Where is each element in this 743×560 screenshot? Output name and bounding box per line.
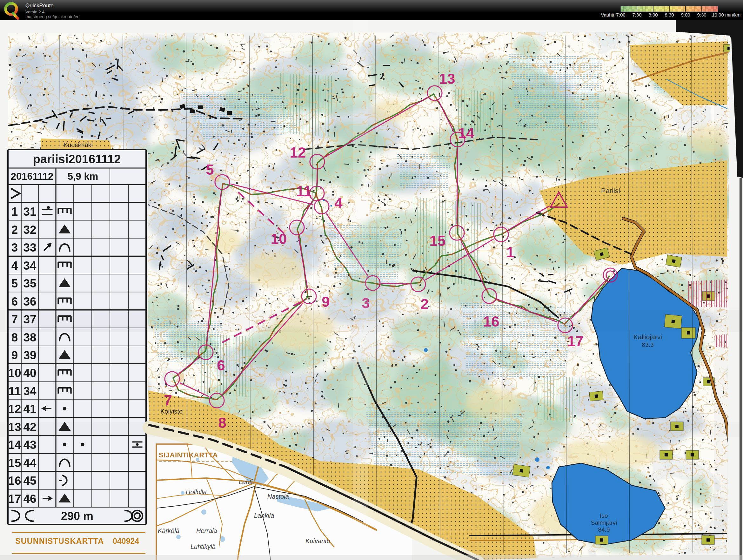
svg-text:matstroeng.se/quickroute/en: matstroeng.se/quickroute/en [26, 14, 79, 19]
svg-text:44: 44 [23, 457, 37, 470]
svg-text:QuickRoute: QuickRoute [26, 3, 54, 9]
svg-text:8:00: 8:00 [648, 12, 658, 17]
svg-text:040924: 040924 [113, 536, 139, 546]
svg-text:35: 35 [23, 277, 36, 290]
svg-text:10:00: 10:00 [712, 12, 724, 17]
svg-text:13: 13 [439, 71, 455, 87]
svg-text:11: 11 [8, 385, 20, 398]
svg-text:10: 10 [270, 230, 287, 247]
svg-text:39: 39 [23, 349, 36, 362]
svg-text:83.3: 83.3 [642, 341, 654, 348]
svg-text:7: 7 [164, 392, 172, 408]
svg-text:2: 2 [11, 223, 18, 236]
svg-text:41: 41 [23, 402, 36, 416]
svg-text:16: 16 [8, 474, 21, 487]
svg-text:20161112: 20161112 [11, 171, 54, 182]
svg-text:32: 32 [23, 223, 36, 236]
svg-text:SUUNNISTUSKARTTA: SUUNNISTUSKARTTA [15, 536, 104, 546]
svg-text:Luhtikylä: Luhtikylä [190, 543, 216, 550]
svg-text:10: 10 [8, 367, 21, 380]
svg-text:9: 9 [11, 349, 18, 362]
svg-text:5: 5 [206, 161, 214, 178]
svg-text:7:00: 7:00 [616, 12, 625, 17]
svg-text:Koivisto: Koivisto [160, 408, 183, 415]
svg-text:17: 17 [567, 333, 583, 349]
svg-text:Lankila: Lankila [254, 512, 274, 519]
svg-text:1: 1 [11, 205, 18, 218]
svg-text:Versio 2.4: Versio 2.4 [26, 9, 45, 14]
svg-text:33: 33 [23, 241, 36, 254]
svg-text:46: 46 [23, 492, 36, 505]
svg-text:9:30: 9:30 [697, 12, 706, 17]
svg-text:Kärkölä: Kärkölä [158, 527, 179, 534]
svg-text:9:00: 9:00 [681, 12, 690, 17]
svg-text:Herrala: Herrala [196, 527, 217, 534]
svg-text:34: 34 [23, 385, 37, 398]
svg-text:Kalliojärvi: Kalliojärvi [633, 333, 662, 341]
svg-text:Kuusimäki: Kuusimäki [63, 141, 93, 148]
svg-text:3: 3 [11, 241, 18, 254]
svg-text:12: 12 [8, 402, 21, 416]
svg-text:1: 1 [506, 244, 514, 260]
svg-text:14: 14 [8, 438, 21, 451]
svg-text:40: 40 [23, 367, 36, 380]
svg-text:5: 5 [11, 277, 18, 290]
svg-text:5,9 km: 5,9 km [68, 171, 98, 182]
svg-text:84.9: 84.9 [598, 526, 610, 533]
svg-text:min/km: min/km [725, 12, 740, 17]
svg-text:8:30: 8:30 [665, 12, 674, 17]
svg-text:31: 31 [23, 205, 36, 218]
svg-text:Pariisi: Pariisi [601, 187, 620, 195]
svg-text:Vauhti: Vauhti [601, 12, 614, 17]
svg-text:Hollolla: Hollolla [186, 488, 207, 496]
svg-text:Kuivanto: Kuivanto [305, 537, 330, 545]
svg-text:14: 14 [458, 125, 474, 141]
svg-text:4: 4 [334, 195, 343, 211]
svg-text:290 m: 290 m [61, 510, 93, 522]
svg-text:SIJAINTIKARTTA: SIJAINTIKARTTA [159, 451, 218, 459]
svg-text:15: 15 [429, 232, 445, 249]
svg-text:6: 6 [11, 295, 18, 308]
svg-text:45: 45 [23, 474, 36, 487]
svg-text:38: 38 [23, 331, 36, 344]
svg-text:34: 34 [23, 259, 37, 272]
svg-text:12: 12 [290, 144, 306, 161]
svg-text:Iso: Iso [600, 512, 608, 519]
svg-text:Nastola: Nastola [267, 493, 289, 500]
svg-text:pariisi20161112: pariisi20161112 [33, 153, 121, 166]
svg-text:Lahti: Lahti [239, 478, 253, 485]
svg-text:9: 9 [322, 294, 330, 310]
svg-text:4: 4 [11, 259, 18, 272]
svg-text:6: 6 [217, 357, 225, 374]
svg-text:15: 15 [8, 457, 21, 470]
svg-text:8: 8 [11, 331, 18, 344]
svg-text:17: 17 [8, 492, 21, 505]
svg-text:7:30: 7:30 [632, 12, 642, 17]
svg-text:36: 36 [23, 295, 36, 308]
svg-text:43: 43 [23, 438, 36, 451]
svg-text:Salmijärvi: Salmijärvi [591, 519, 617, 526]
svg-text:11: 11 [296, 183, 312, 200]
